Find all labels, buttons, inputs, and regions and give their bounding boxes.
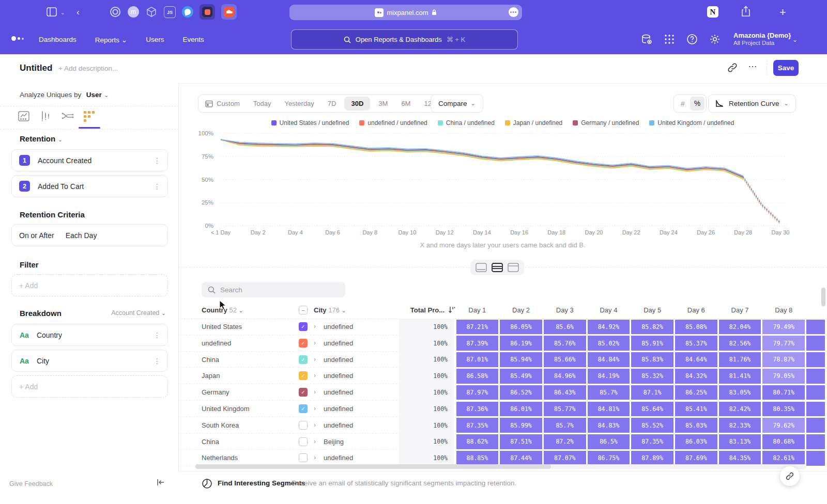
kebab-menu-icon[interactable]: ⋮: [154, 182, 161, 191]
expand-row-icon[interactable]: ›: [314, 434, 316, 450]
day-value-cell[interactable]: 87.07%: [544, 451, 586, 466]
page-settings-icon[interactable]: •••: [509, 7, 518, 17]
city-cell[interactable]: undefined: [324, 384, 353, 401]
country-cell[interactable]: South Korea: [202, 417, 239, 434]
notion-icon[interactable]: N: [707, 6, 718, 18]
expand-row-icon[interactable]: ›: [314, 352, 316, 368]
day-value-cell[interactable]: 85.7%: [588, 385, 630, 400]
day-value-cell[interactable]: 82.56%: [719, 336, 761, 351]
range-custom[interactable]: Custom: [198, 95, 247, 112]
retention-criteria-card[interactable]: On or After Each Day: [11, 224, 168, 246]
country-cell[interactable]: United Kingdom: [202, 401, 250, 417]
nav-item-reports[interactable]: Reports ⌄: [95, 36, 127, 44]
sort-icon[interactable]: [448, 306, 455, 316]
legend-item[interactable]: Japan / undefined: [505, 119, 562, 127]
retention-chart[interactable]: [178, 129, 827, 232]
day-value-cell[interactable]: 79.77%: [762, 336, 805, 351]
city-cell[interactable]: undefined: [324, 401, 353, 417]
m-avatar-favicon[interactable]: m: [128, 6, 139, 18]
day-column-header[interactable]: Day 7: [718, 306, 762, 314]
legend-item[interactable]: Germany / undefined: [573, 119, 639, 127]
apps-grid-icon[interactable]: [664, 34, 675, 44]
day-value-cell[interactable]: 82.42%: [719, 402, 761, 417]
city-cell[interactable]: undefined: [324, 352, 353, 368]
day-value-cell[interactable]: 87.01%: [456, 352, 499, 367]
country-cell[interactable]: Germany: [202, 384, 229, 401]
range-today[interactable]: Today: [247, 95, 278, 112]
retention-report-icon[interactable]: [83, 110, 96, 124]
day-column-header[interactable]: Day 5: [631, 306, 674, 314]
day-value-cell[interactable]: 85.64%: [631, 402, 673, 417]
retention-step-1[interactable]: 1 Account Created ⋮: [11, 149, 168, 171]
new-tab-icon[interactable]: +: [779, 6, 786, 19]
kebab-menu-icon[interactable]: ⋮: [154, 357, 161, 365]
city-cell[interactable]: Beijing: [324, 434, 344, 450]
expand-row-icon[interactable]: ›: [314, 368, 316, 384]
percent-mode-button[interactable]: %: [690, 97, 705, 111]
day-value-cell[interactable]: 86.05%: [500, 320, 542, 335]
day-value-cell[interactable]: 79.49%: [762, 320, 805, 335]
day-value-cell[interactable]: 86.19%: [500, 336, 542, 351]
day-value-cell[interactable]: 86.58%: [456, 369, 499, 384]
day-value-cell[interactable]: 88.62%: [456, 434, 499, 449]
row-checkbox-checked[interactable]: ✓: [299, 388, 308, 397]
day-value-cell[interactable]: 85.08%: [675, 320, 717, 335]
breakdown-item-city[interactable]: Aa City ⋮: [11, 350, 168, 372]
day-value-cell[interactable]: 84.81%: [588, 402, 630, 417]
nav-item-dashboards[interactable]: Dashboards: [39, 36, 76, 43]
table-only-view-button[interactable]: [507, 262, 519, 273]
legend-item[interactable]: United States / undefined: [271, 119, 349, 127]
row-checkbox-checked[interactable]: ✓: [299, 339, 308, 348]
global-search[interactable]: Open Reports & Dashboards ⌘ + K: [291, 29, 518, 50]
criteria-interval[interactable]: Each Day: [66, 231, 97, 240]
day-value-cell[interactable]: 87.36%: [456, 402, 499, 417]
day-value-cell[interactable]: 84.96%: [544, 369, 586, 384]
day-value-cell[interactable]: 87.44%: [500, 451, 542, 466]
address-bar[interactable]: mixpanel.com •••: [289, 5, 522, 20]
day-value-cell[interactable]: 87.2%: [544, 434, 586, 449]
row-checkbox[interactable]: [299, 437, 308, 446]
day-value-cell[interactable]: 85.66%: [544, 352, 586, 367]
day-value-cell[interactable]: 84.92%: [588, 320, 630, 335]
retention-step-2[interactable]: 2 Added To Cart ⋮: [11, 175, 168, 197]
day-value-cell[interactable]: 80.35%: [762, 402, 805, 417]
day-value-cell[interactable]: 87.35%: [631, 434, 673, 449]
js-favicon[interactable]: JS: [164, 6, 176, 18]
day-value-cell[interactable]: 86.03%: [675, 434, 717, 449]
day-value-cell[interactable]: 79.62%: [762, 418, 805, 433]
country-cell[interactable]: China: [202, 434, 219, 450]
city-cell[interactable]: undefined: [324, 368, 353, 384]
city-column-header[interactable]: City 176 ⌄: [314, 306, 346, 314]
analyze-uniques-row[interactable]: Analyze Uniques by User ⌄: [20, 90, 109, 99]
expand-row-icon[interactable]: ›: [314, 417, 316, 434]
kebab-menu-icon[interactable]: ⋮: [154, 156, 161, 165]
day-column-header[interactable]: Day 6: [675, 306, 718, 314]
legend-item[interactable]: China / undefined: [438, 119, 495, 127]
day-value-cell[interactable]: 81.41%: [719, 369, 761, 384]
save-button[interactable]: Save: [773, 60, 799, 76]
day-value-cell[interactable]: 85.76%: [544, 336, 586, 351]
flows-report-icon[interactable]: [61, 110, 74, 124]
day-value-cell[interactable]: 84.84%: [588, 352, 630, 367]
city-cell[interactable]: undefined: [324, 319, 353, 335]
expand-row-icon[interactable]: ›: [314, 335, 316, 352]
day-value-cell[interactable]: 87.35%: [456, 418, 499, 433]
day-value-cell[interactable]: 87.89%: [631, 451, 673, 466]
row-checkbox-checked[interactable]: ✓: [299, 371, 308, 380]
day-value-cell[interactable]: 81.76%: [719, 352, 761, 367]
day-value-cell[interactable]: 87.21%: [456, 320, 499, 335]
day-value-cell[interactable]: 85.41%: [675, 402, 717, 417]
day-value-cell[interactable]: 84.19%: [588, 369, 630, 384]
share-link-fab[interactable]: [780, 466, 800, 486]
target-favicon[interactable]: [110, 6, 121, 18]
country-cell[interactable]: undefined: [202, 335, 231, 352]
day-value-cell[interactable]: 87.39%: [456, 336, 499, 351]
day-column-header[interactable]: Day 3: [543, 306, 587, 314]
chart-only-view-button[interactable]: [475, 262, 487, 273]
legend-item[interactable]: United Kingdom / undefined: [649, 119, 734, 127]
day-value-cell[interactable]: 86.5%: [588, 434, 630, 449]
day-value-cell[interactable]: 86.43%: [544, 385, 586, 400]
day-value-cell[interactable]: 86.01%: [500, 402, 542, 417]
day-value-cell[interactable]: 85.77%: [544, 402, 586, 417]
day-value-cell[interactable]: 87.51%: [500, 434, 542, 449]
